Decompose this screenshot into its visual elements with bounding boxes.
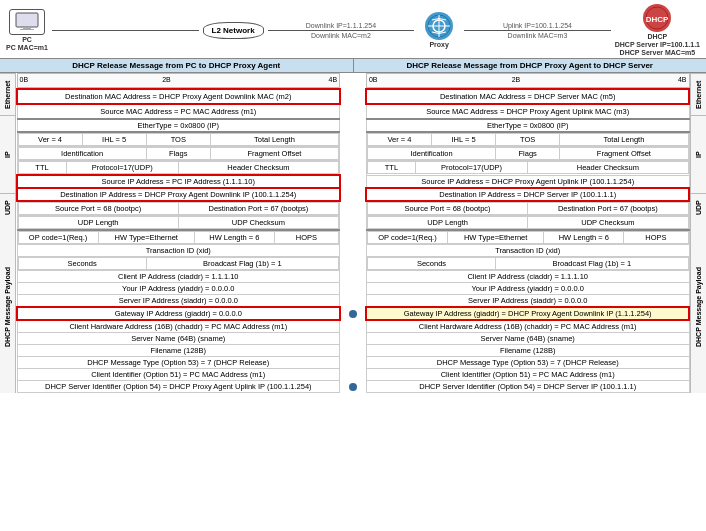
right-side-labels: Ethernet IP UDP DHCP Message Payload <box>690 73 706 393</box>
left-ip-flags: Flags <box>146 148 210 160</box>
connector-chaddr <box>340 320 367 333</box>
right-dhcp-serverid: DHCP Server Identifier (Option 54) = DHC… <box>366 381 689 393</box>
connector-eth-src <box>340 104 367 119</box>
right-ip-ver: Ver = 4 <box>367 134 431 146</box>
proxy-node: Proxy <box>418 12 460 48</box>
dhcp-serverid-row: DHCP Server Identifier (Option 54) = DHC… <box>17 381 689 393</box>
right-dhcp-xid: Transaction ID (xid) <box>366 245 689 257</box>
dhcp-clientid-row: Client Identifier (Option 51) = PC MAC A… <box>17 369 689 381</box>
udp-row1: Source Port = 68 (bootpc) Destination Po… <box>17 201 689 216</box>
right-section-header: DHCP Release Message from DHCP Proxy Age… <box>354 59 707 72</box>
right-ip-r1-table: Ver = 4 IHL = 5 TOS Total Length <box>367 133 689 146</box>
left-ip-ihl: IHL = 5 <box>82 134 146 146</box>
connector-eth-dest <box>340 89 367 104</box>
connector-xid <box>340 245 367 257</box>
main-data-grid: Ethernet IP UDP DHCP Message Payload <box>0 73 706 393</box>
connector-dhcp1 <box>340 230 367 245</box>
left-scale-4b: 4B <box>328 76 337 83</box>
svg-rect-0 <box>16 13 38 27</box>
left-dhcp-clientid: Client Identifier (Option 51) = PC MAC A… <box>17 369 340 381</box>
right-dhcp-chaddr: Client Hardware Address (16B) (chaddr) =… <box>366 320 689 333</box>
dhcp-yiaddr-row: Your IP Address (yiaddr) = 0.0.0.0 Your … <box>17 283 689 295</box>
section-headers: DHCP Release Message from PC to DHCP Pro… <box>0 58 706 73</box>
right-dhcp-r1-table: OP code=1(Req.) HW Type=Ethernet HW Leng… <box>367 231 689 244</box>
right-ip-r3-table: TTL Protocol=17(UDP) Header Checksum <box>367 161 689 174</box>
connector-siaddr <box>340 295 367 308</box>
right-ip-ihl: IHL = 5 <box>432 134 496 146</box>
right-ip-ttl: TTL <box>367 162 415 174</box>
ip-row1: Ver = 4 IHL = 5 TOS Total Length Ver = 4 <box>17 132 689 147</box>
dhcp-sname-row: Server Name (64B) (sname) Server Name (6… <box>17 333 689 345</box>
right-dhcp-ciaddr: Client IP Address (ciaddr) = 1.1.1.10 <box>366 271 689 283</box>
right-eth-src: Source MAC Address = DHCP Proxy Agent Up… <box>366 104 689 119</box>
right-dhcp-op: OP code=1(Req.) <box>367 232 447 244</box>
left-dhcp-siaddr: Server IP Address (siaddr) = 0.0.0.0 <box>17 295 340 308</box>
right-dhcp-giaddr: Gateway IP Address (giaddr) = DHCP Proxy… <box>366 307 689 320</box>
ethernet-label-right: Ethernet <box>691 73 706 115</box>
left-eth-dest: Destination MAC Address = DHCP Proxy Age… <box>17 89 340 104</box>
proxy-label: Proxy <box>429 41 448 48</box>
right-eth-dest: Destination MAC Address = DHCP Server MA… <box>366 89 689 104</box>
connector-clientid <box>340 369 367 381</box>
left-eth-src: Source MAC Address = PC MAC Address (m1) <box>17 104 340 119</box>
dhcp-xid-row: Transaction ID (xid) Transaction ID (xid… <box>17 245 689 257</box>
ip-label-left: IP <box>0 115 15 193</box>
arrow-line-body2 <box>464 30 611 31</box>
scale-spacer <box>340 74 367 90</box>
right-ip-flags: Flags <box>496 148 560 160</box>
connector-udp1 <box>340 201 367 216</box>
svg-text:DHCP: DHCP <box>646 15 669 24</box>
pc-to-l2-arrow <box>52 29 199 32</box>
left-dhcp-sname: Server Name (64B) (sname) <box>17 333 340 345</box>
left-udp-src: Source Port = 68 (bootpc) <box>18 203 178 215</box>
connector-sname <box>340 333 367 345</box>
left-ip-total: Total Length <box>210 134 338 146</box>
connector-ip1 <box>340 132 367 147</box>
dhcp-msgtype-row: DHCP Message Type (Option 53) = 7 (DHCP … <box>17 357 689 369</box>
pc-node: PC PC MAC=m1 <box>6 9 48 51</box>
right-dhcp-hwlen: HW Length = 6 <box>544 232 624 244</box>
right-ip-tos: TOS <box>496 134 560 146</box>
left-ethertype: EtherType = 0x0800 (IP) <box>17 119 340 132</box>
left-dhcp-bcast: Broadcast Flag (1b) = 1 <box>146 258 338 270</box>
connector-serverid <box>340 381 367 393</box>
dhcp-row1: OP code=1(Req.) HW Type=Ethernet HW Leng… <box>17 230 689 245</box>
left-udp-dst: Destination Port = 67 (bootps) <box>178 203 338 215</box>
dhcp-label: DHCP <box>647 33 667 40</box>
right-ip-chksum: Header Checksum <box>528 162 688 174</box>
connector-ip3 <box>340 161 367 176</box>
right-udp-dst: Destination Port = 67 (bootps) <box>528 203 688 215</box>
right-udp-src: Source Port = 68 (bootpc) <box>367 203 527 215</box>
connector-yiaddr <box>340 283 367 295</box>
right-ip-proto: Protocol=17(UDP) <box>416 162 528 174</box>
right-udp-len: UDP Length <box>367 217 527 229</box>
left-ip-ident: Identification <box>18 148 146 160</box>
dhcp-chaddr-row: Client Hardware Address (16B) (chaddr) =… <box>17 320 689 333</box>
left-dhcp-op: OP code=1(Req.) <box>18 232 98 244</box>
l2-to-proxy-arrow: Downlink IP=1.1.1.254 Downlink MAC=m2 <box>268 22 415 39</box>
arrow-line-body <box>268 30 415 31</box>
left-dhcp-hops: HOPS <box>274 232 338 244</box>
l2-network-node: L2 Network <box>203 22 264 39</box>
left-ip-r3-table: TTL Protocol=17(UDP) Header Checksum <box>18 161 340 174</box>
right-udp-r2-table: UDP Length UDP Checksum <box>367 216 689 229</box>
left-dhcp-hwtype: HW Type=Ethernet <box>98 232 194 244</box>
connector-ip2 <box>340 147 367 161</box>
right-ip-dest: Destination IP Address = DHCP Server IP … <box>366 188 689 201</box>
left-scale-0b: 0B <box>20 76 29 83</box>
proxy-icon <box>425 12 453 40</box>
topology-bar: PC PC MAC=m1 L2 Network Downlink IP=1.1.… <box>0 0 706 58</box>
right-ip-frag: Fragment Offset <box>560 148 688 160</box>
left-ip-chksum: Header Checksum <box>178 162 338 174</box>
connector-ciaddr <box>340 271 367 283</box>
dhcp-siaddr-row: Server IP Address (siaddr) = 0.0.0.0 Ser… <box>17 295 689 308</box>
downlink-mac-label: Downlink MAC=m2 <box>311 32 371 39</box>
udp-label-left: UDP <box>0 193 15 221</box>
right-ip-src: Source IP Address = DHCP Proxy Agent Upl… <box>366 175 689 188</box>
left-scale-2b: 2B <box>162 76 171 83</box>
pc-mac-label: PC MAC=m1 <box>6 44 48 51</box>
left-section-header: DHCP Release Message from PC to DHCP Pro… <box>0 59 354 72</box>
downlink-ip-label: Downlink IP=1.1.1.254 <box>306 22 376 29</box>
right-ip-ident: Identification <box>367 148 495 160</box>
right-dhcp-msgtype: DHCP Message Type (Option 53) = 7 (DHCP … <box>366 357 689 369</box>
